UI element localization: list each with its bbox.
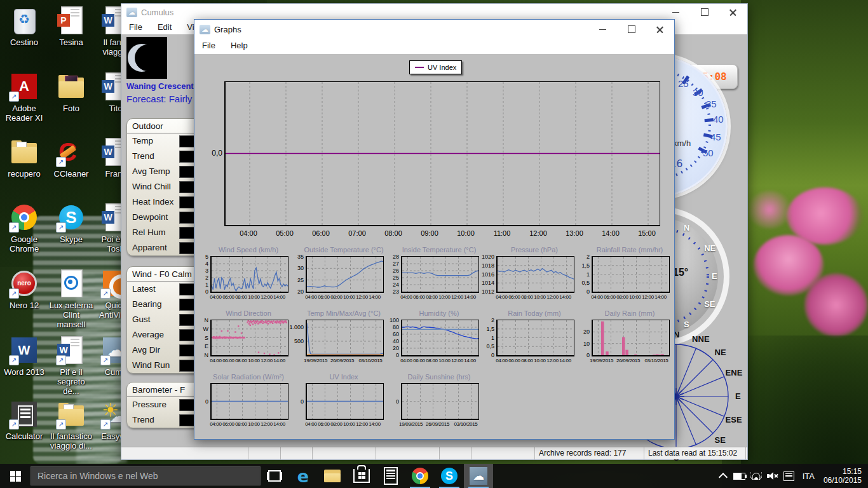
- desktop-icon-lux-aeterna-clint-mansell[interactable]: Lux aeterna Clint mansell: [48, 268, 94, 329]
- tray-network[interactable]: [748, 464, 764, 488]
- chart-title: Rainfall Rate (mm/hr): [582, 246, 677, 254]
- panel-item-wind-chill[interactable]: Wind Chill: [127, 179, 200, 194]
- desktop-icon-label: Skype: [48, 234, 94, 244]
- search-input[interactable]: [31, 466, 261, 485]
- cumulus-maximize-button[interactable]: [690, 4, 719, 20]
- chart-plot-area: [306, 320, 384, 356]
- tray-clock[interactable]: 15:15 06/10/2015: [820, 467, 868, 485]
- chart-plot-area: [306, 256, 384, 293]
- panel-item-latest[interactable]: Latest: [127, 281, 200, 297]
- taskbar-calculator[interactable]: [376, 464, 405, 488]
- task-view-button[interactable]: [261, 464, 288, 488]
- panel-item-gust[interactable]: Gust: [127, 312, 200, 327]
- panel-item-avg-temp[interactable]: Avg Temp: [127, 164, 200, 179]
- taskbar-cumulus[interactable]: ☁: [464, 464, 493, 488]
- tray-battery[interactable]: [731, 464, 748, 488]
- graphs-maximize-button[interactable]: [617, 20, 646, 39]
- y-tick-label: S: [189, 335, 208, 341]
- desktop-icon-pif-e-il-segreto-de[interactable]: W↗Pif e il segreto de...: [48, 335, 94, 396]
- panel-item-apparent[interactable]: Apparent: [127, 240, 200, 255]
- y-tick-label: N: [189, 317, 208, 323]
- desktop-icon-label: Word 2013: [1, 367, 47, 377]
- status-segment: [471, 447, 535, 459]
- panel-item-bearing[interactable]: Bearing: [127, 297, 200, 312]
- desktop-icon-word-2013[interactable]: W↗Word 2013: [1, 335, 47, 377]
- panel-item-trend[interactable]: Trend: [127, 149, 200, 164]
- tray-volume[interactable]: [764, 464, 781, 488]
- graphs-menu-help[interactable]: Help: [223, 39, 255, 54]
- desktop-icon-label: Nero 12: [1, 301, 47, 310]
- x-tick-label: 14:00: [552, 358, 580, 363]
- tray-language[interactable]: ITA: [797, 471, 820, 481]
- desktop-icon-il-fantastico-viaggio-di[interactable]: ↗Il fantastico viaggio di...: [48, 399, 94, 451]
- desktop-icon-nero-12[interactable]: nero↗Nero 12: [1, 268, 47, 310]
- desktop-icon-skype[interactable]: S↗Skype: [48, 202, 94, 244]
- chart-plot-area: [496, 256, 574, 293]
- chart-title: Wind Speed (km/h): [201, 246, 296, 254]
- cumulus-minimize-button[interactable]: [661, 4, 690, 20]
- desktop-icon-calculator[interactable]: ↗Calculator: [1, 399, 47, 441]
- panel-item-dewpoint[interactable]: Dewpoint: [127, 210, 200, 225]
- file-explorer-icon: [324, 470, 341, 482]
- cumulus-close-button[interactable]: [719, 4, 747, 20]
- y-tick-label: 1.000: [285, 324, 304, 330]
- cumulus-menu-file[interactable]: File: [121, 20, 150, 34]
- panel-item-pressure[interactable]: Pressure: [127, 397, 200, 412]
- desktop-icon-google-chrome[interactable]: ↗Google Chrome: [1, 202, 47, 254]
- windows-logo-icon: [10, 471, 21, 482]
- panel-item-wind-run[interactable]: Wind Run: [127, 358, 200, 373]
- taskbar-file-explorer[interactable]: [318, 464, 347, 488]
- y-tick-label: 28: [380, 254, 399, 260]
- desktop-icon-foto[interactable]: Foto: [48, 71, 94, 113]
- folder-docs-icon: ↗: [56, 399, 86, 430]
- desktop-icon-adobe-reader-xi[interactable]: A↗Adobe Reader XI: [1, 71, 47, 123]
- battery-icon: [733, 473, 745, 480]
- panel-item-temp[interactable]: Temp: [127, 133, 200, 149]
- panel-item-heat-index[interactable]: Heat Index: [127, 194, 200, 210]
- windrose-label-se: SE: [715, 435, 726, 445]
- taskbar-chrome[interactable]: [405, 464, 435, 488]
- desktop-icon-label: recupero: [1, 169, 47, 179]
- desktop-icon-tesina[interactable]: PTesina: [48, 5, 94, 47]
- y-tick-label: 1: [189, 281, 208, 288]
- main-x-tick-label: 10:00: [452, 229, 480, 237]
- system-tray: ITA 15:15 06/10/2015: [715, 464, 868, 488]
- graphs-minimize-button[interactable]: [588, 20, 617, 39]
- task-view-icon: [268, 470, 281, 482]
- calculator-icon: ↗: [9, 399, 39, 430]
- status-segment: [376, 447, 440, 459]
- status-segment: [440, 447, 471, 459]
- compass-label-ne: NE: [704, 243, 715, 253]
- taskbar-edge[interactable]: e: [288, 464, 318, 488]
- compass-label-n: N: [684, 223, 689, 233]
- panel-item-average[interactable]: Average: [127, 327, 200, 342]
- cumulus-titlebar[interactable]: ☁ Cumulus: [121, 4, 747, 20]
- desktop-icon-recupero[interactable]: recupero: [1, 137, 47, 179]
- x-tick-label: 14:00: [552, 294, 580, 300]
- chart-title: Daily Sunshine (hrs): [391, 373, 487, 381]
- panel-item-rel-hum[interactable]: Rel Hum: [127, 225, 200, 240]
- taskbar-store[interactable]: [347, 464, 376, 488]
- chrome-icon: [412, 468, 428, 484]
- word-app-icon: W↗: [9, 335, 39, 365]
- panel-item-avg-dir[interactable]: Avg Dir: [127, 342, 200, 358]
- desktop-icon-cestino[interactable]: ♻Cestino: [1, 5, 47, 47]
- tray-show-hidden[interactable]: [715, 464, 731, 488]
- gauge-tick-label: 30: [693, 87, 703, 98]
- tray-action-center[interactable]: [781, 464, 797, 488]
- start-button[interactable]: [0, 464, 31, 488]
- taskbar-skype[interactable]: S: [435, 464, 464, 488]
- chart-title: Temp Min/Max/Avg (°C): [296, 309, 391, 317]
- panel-item-trend[interactable]: Trend: [127, 412, 200, 428]
- cumulus-menu-edit[interactable]: Edit: [150, 20, 179, 34]
- y-tick-label: 1: [571, 271, 590, 278]
- y-tick-label: 30: [285, 265, 304, 271]
- desktop-icon-label: CCleaner: [48, 169, 94, 179]
- desktop-icon-ccleaner[interactable]: C↗CCleaner: [48, 137, 94, 179]
- close-icon: [656, 25, 664, 34]
- graphs-menu-file[interactable]: File: [194, 39, 223, 54]
- graphs-titlebar[interactable]: ☁ Graphs: [194, 20, 674, 39]
- graphs-close-button[interactable]: [646, 20, 674, 39]
- y-tick-label: 26: [380, 268, 399, 274]
- speaker-muted-icon: [767, 472, 778, 480]
